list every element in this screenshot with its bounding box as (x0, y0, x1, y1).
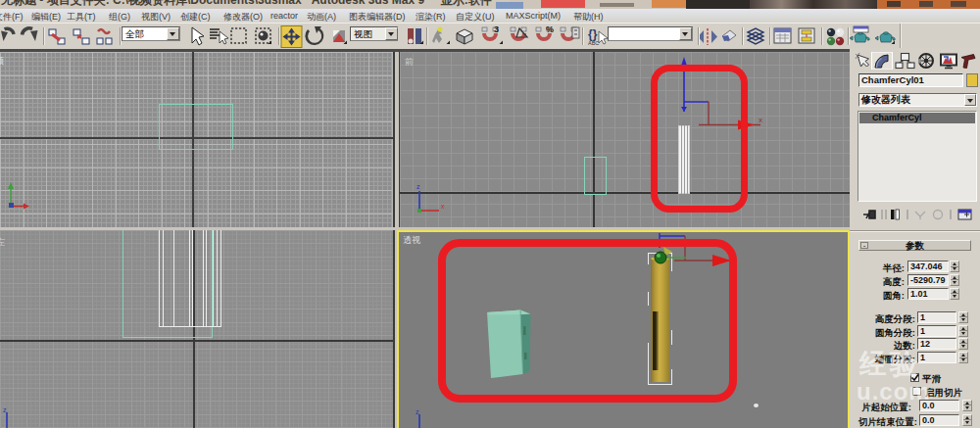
svg-text:z: z (416, 183, 420, 190)
svg-text:%: % (546, 24, 554, 34)
svg-text:x: x (441, 203, 445, 210)
svg-text:ABC: ABC (588, 40, 599, 46)
svg-text:3: 3 (494, 24, 499, 34)
svg-text:z: z (416, 408, 419, 415)
svg-text:{}: {} (588, 27, 598, 41)
svg-text:x: x (759, 116, 762, 124)
svg-text:z: z (3, 406, 7, 413)
